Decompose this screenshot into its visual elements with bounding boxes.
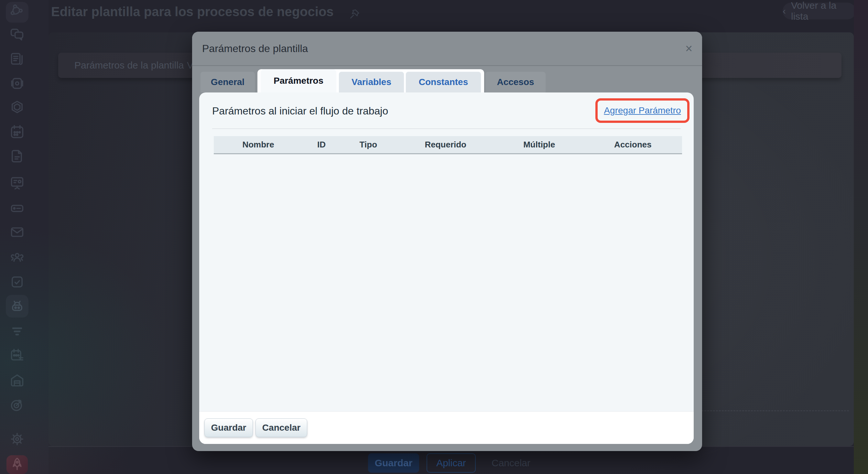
settings-icon [9, 431, 26, 447]
drive-icon [9, 199, 26, 216]
camera-icon [9, 75, 26, 92]
screen: Editar plantilla para los procesos de ne… [0, 0, 868, 474]
panel-divider [212, 128, 681, 129]
sidebar-item-drive[interactable] [9, 199, 26, 216]
modal-cancel-button[interactable]: Cancelar [255, 418, 307, 437]
back-to-list-button[interactable]: ‹ Volver a la lista [783, 3, 856, 20]
sidebar-item-dashboard[interactable] [9, 175, 26, 192]
back-to-list-label: Volver a la lista [791, 0, 856, 22]
sidebar-item-users[interactable] [9, 249, 26, 265]
column-header-multiple: Múltiple [495, 140, 584, 150]
pages-icon [9, 148, 26, 165]
column-header-requerido: Requerido [397, 140, 495, 150]
page-tab-template-params[interactable]: Parámetros de la plantilla [74, 53, 184, 78]
page-cancel-button[interactable]: Cancelar [485, 453, 537, 473]
sidebar-item-news[interactable] [9, 51, 26, 68]
chevron-left-icon: ‹ [783, 5, 786, 17]
tab-variables[interactable]: Variables [339, 72, 404, 92]
sidebar-item-funnel[interactable] [9, 323, 26, 340]
sidebar-item-rocket[interactable] [9, 456, 26, 473]
dashboard-icon [9, 175, 26, 192]
tab-accesos[interactable]: Accesos [486, 72, 546, 92]
modal-title: Parámetros de plantilla [202, 32, 308, 65]
news-icon [9, 51, 26, 68]
warehouse-icon [9, 372, 26, 389]
sidebar-item-settings[interactable] [9, 431, 26, 447]
sidebar-item-mail[interactable] [9, 224, 26, 241]
parameters-panel: Parámetros al iniciar el flujo de trabaj… [199, 92, 694, 444]
tab-constantes[interactable]: Constantes [406, 72, 481, 92]
parameters-table-header: Nombre ID Tipo Requerido Múltiple Accion… [214, 136, 682, 154]
workflow-icon [9, 3, 26, 20]
schedule-icon [9, 347, 26, 364]
tab-general[interactable]: General [200, 72, 255, 92]
mail-icon [9, 224, 26, 241]
robot-icon [9, 298, 26, 315]
users-icon [9, 249, 26, 265]
hexagon-icon [9, 99, 26, 116]
column-header-nombre: Nombre [214, 140, 303, 150]
sidebar-item-calendar[interactable] [9, 124, 26, 140]
sidebar-item-warehouse[interactable] [9, 372, 26, 389]
sidebar-item-robot[interactable] [9, 298, 26, 315]
close-icon[interactable]: × [681, 41, 696, 56]
sidebar-item-schedule[interactable] [9, 347, 26, 364]
sidebar-item-target[interactable] [9, 397, 26, 413]
page-apply-button[interactable]: Aplicar [427, 453, 476, 473]
column-header-acciones: Acciones [584, 140, 682, 150]
funnel-icon [9, 323, 26, 340]
sidebar-item-messages[interactable] [9, 27, 26, 43]
tasks-icon [9, 274, 26, 290]
modal-footer: Guardar Cancelar [199, 411, 694, 444]
page-save-button[interactable]: Guardar [368, 453, 419, 473]
sidebar-item-pages[interactable] [9, 148, 26, 165]
tab-group-highlight: Parámetros Variables Constantes [257, 69, 484, 92]
template-parameters-modal: Parámetros de plantilla × General Paráme… [192, 32, 702, 451]
rocket-icon [9, 456, 26, 473]
calendar-icon [9, 124, 26, 140]
column-header-tipo: Tipo [340, 140, 397, 150]
modal-save-button[interactable]: Guardar [205, 418, 253, 437]
page-title: Editar plantilla para los procesos de ne… [51, 4, 334, 19]
modal-header: Parámetros de plantilla × [192, 32, 702, 66]
add-parameter-link[interactable]: Agregar Parámetro [604, 105, 681, 116]
sidebar-item-camera[interactable] [9, 75, 26, 92]
sidebar-item-hexagon[interactable] [9, 99, 26, 116]
sidebar-item-workflow[interactable] [9, 3, 26, 20]
panel-heading: Parámetros al iniciar el flujo de trabaj… [212, 100, 388, 122]
sidebar-item-tasks[interactable] [9, 274, 26, 290]
tab-parametros[interactable]: Parámetros [261, 69, 336, 92]
tour-highlight-box: Agregar Parámetro [595, 98, 689, 123]
pin-icon[interactable] [348, 8, 361, 21]
right-edge-gradient [854, 0, 868, 474]
messages-icon [9, 27, 26, 43]
sidebar [0, 0, 49, 474]
target-icon [9, 397, 26, 413]
column-header-id: ID [303, 140, 340, 150]
